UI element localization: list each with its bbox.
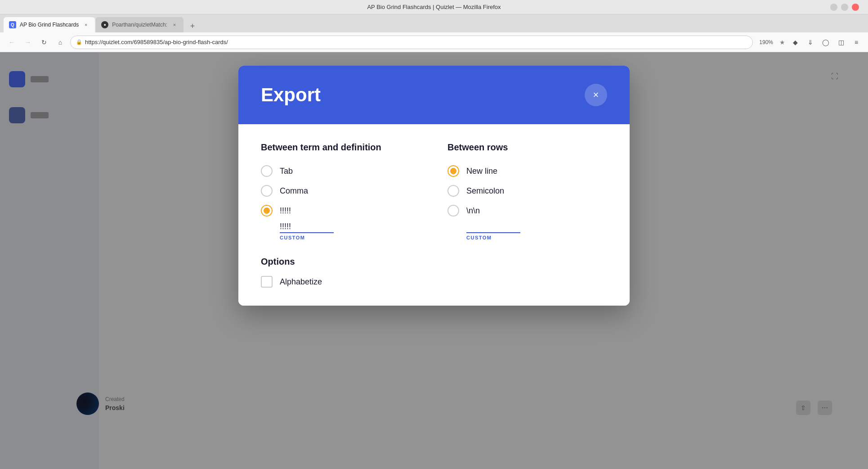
options-title: Options [261,257,607,267]
back-button[interactable]: ← [5,36,18,49]
alphabetize-checkbox[interactable] [261,276,273,288]
term-def-column: Between term and definition Tab [261,142,421,240]
url-text: https://quizlet.com/698589835/ap-bio-gri… [85,39,228,45]
tab-github[interactable]: ● Poarthan/quizletMatch: × [96,17,183,32]
export-modal: Export × Between term and definition [238,66,630,306]
radio-custom-term-inner [264,207,270,214]
menu-button[interactable]: ≡ [850,36,863,49]
radio-tab[interactable]: Tab [261,165,421,177]
github-favicon: ● [101,21,108,28]
term-custom-input-wrapper: CUSTOM [280,221,421,240]
zoom-level[interactable]: 190% [756,38,776,46]
radio-tab-outer [261,165,273,177]
lock-icon: 🔒 [76,39,82,45]
radio-custom-term-outer [261,205,273,216]
radio-comma[interactable]: Comma [261,185,421,197]
modal-close-button[interactable]: × [585,84,607,106]
modal-title: Export [261,84,321,106]
radio-tab-label: Tab [280,167,293,176]
tab-ap-bio-close[interactable]: × [82,21,89,28]
between-rows-column: Between rows New line [447,142,607,240]
close-x-icon: × [593,89,599,101]
tab-ap-bio-label: AP Bio Grind Flashcards [20,22,79,28]
new-tab-button[interactable]: + [186,20,199,32]
forward-button[interactable]: → [22,36,34,49]
radio-newline-outer [447,165,459,177]
between-rows-radio-group: New line Semicolon \n\ [447,165,607,216]
options-section: Options Alphabetize [261,257,607,288]
term-def-title: Between term and definition [261,142,421,153]
quizlet-favicon: Q [9,21,16,28]
term-custom-input[interactable] [280,221,334,233]
nav-bar: ← → ↻ ⌂ 🔒 https://quizlet.com/698589835/… [0,32,868,52]
modal-columns: Between term and definition Tab [261,142,607,240]
close-btn[interactable] [852,4,859,11]
modal-overlay: Export × Between term and definition [0,52,868,469]
tab-github-label: Poarthan/quizletMatch: [112,22,167,28]
download-icon[interactable]: ⇓ [804,36,817,49]
browser-frame: AP Bio Grind Flashcards | Quizlet — Mozi… [0,0,868,469]
radio-newline-inner [450,168,456,174]
maximize-btn[interactable] [841,4,848,11]
nav-right-icons: ◆ ⇓ ◯ ◫ ≡ [789,36,863,49]
radio-comma-outer [261,185,273,197]
window-title: AP Bio Grind Flashcards | Quizlet — Mozi… [367,4,501,10]
modal-body: Between term and definition Tab [238,124,630,306]
rows-custom-input-wrapper: CUSTOM [466,221,607,240]
alphabetize-label: Alphabetize [280,277,322,287]
address-bar[interactable]: 🔒 https://quizlet.com/698589835/ap-bio-g… [70,36,753,49]
reload-button[interactable]: ↻ [38,36,50,49]
account-icon[interactable]: ◯ [819,36,832,49]
tab-bar: Q AP Bio Grind Flashcards × ● Poarthan/q… [0,14,868,32]
bookmark-icon[interactable]: ★ [779,39,785,46]
radio-newline-label: New line [466,167,497,176]
radio-custom-term[interactable]: !!!!! [261,205,421,216]
radio-semicolon[interactable]: Semicolon [447,185,607,197]
shield-icon[interactable]: ◆ [789,36,801,49]
radio-nln-label: \n\n [466,206,480,216]
between-rows-title: Between rows [447,142,607,153]
radio-comma-label: Comma [280,186,308,196]
rows-custom-label: CUSTOM [466,235,607,240]
radio-custom-term-label: !!!!! [280,206,291,216]
minimize-btn[interactable] [830,4,837,11]
title-bar: AP Bio Grind Flashcards | Quizlet — Mozi… [0,0,868,14]
page-content: ⛶ Created Proski ⇧ ⋯ Export [0,52,868,469]
radio-newline[interactable]: New line [447,165,607,177]
radio-nln[interactable]: \n\n [447,205,607,216]
radio-semicolon-label: Semicolon [466,186,504,196]
radio-nln-outer [447,205,459,216]
term-def-radio-group: Tab Comma [261,165,421,216]
term-custom-label: CUSTOM [280,235,421,240]
rows-custom-input[interactable] [466,221,520,233]
modal-header: Export × [238,66,630,124]
alphabetize-checkbox-item[interactable]: Alphabetize [261,276,607,288]
radio-semicolon-outer [447,185,459,197]
tab-github-close[interactable]: × [171,21,178,28]
home-button[interactable]: ⌂ [54,36,67,49]
tab-ap-bio[interactable]: Q AP Bio Grind Flashcards × [4,17,95,32]
extensions-icon[interactable]: ◫ [835,36,847,49]
